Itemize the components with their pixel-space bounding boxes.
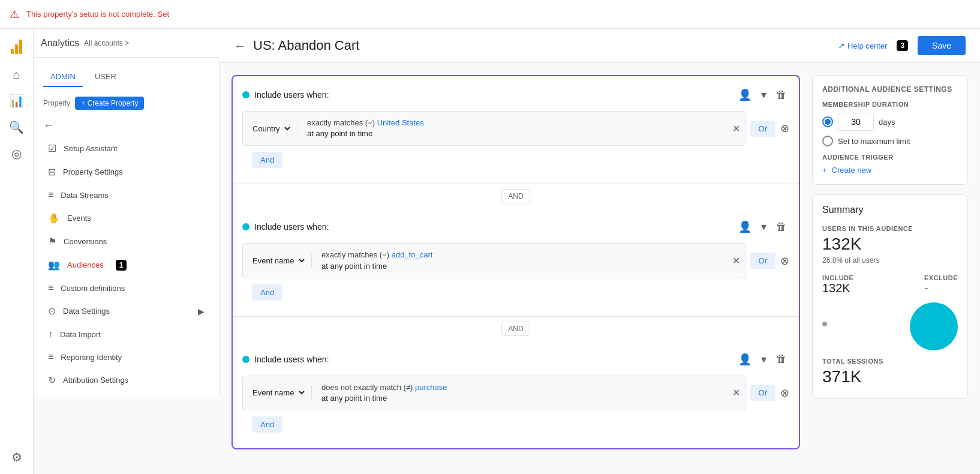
condition-title-3: Include users when: bbox=[254, 355, 329, 364]
match-type-3: does not exactly match (≠) bbox=[321, 383, 415, 392]
and-button-1[interactable]: And bbox=[252, 152, 282, 168]
help-center-link[interactable]: ↗ Help center bbox=[838, 41, 887, 50]
property-bar: Property + Create Property bbox=[34, 92, 219, 115]
sidebar-item-data-settings[interactable]: ⊙ Data Settings ▶ bbox=[34, 299, 219, 323]
annotation-3: 3 bbox=[897, 40, 908, 51]
and-separator-2: AND bbox=[233, 317, 799, 341]
or-button-2[interactable]: Or bbox=[750, 253, 775, 269]
data-settings-chevron-icon: ▶ bbox=[198, 307, 205, 316]
or-button-1[interactable]: Or bbox=[750, 121, 775, 137]
time-label-3: at any point in time bbox=[321, 394, 387, 403]
condition-1-user-icon[interactable]: 👤 bbox=[736, 86, 754, 104]
highlight-value-2[interactable]: add_to_cart bbox=[392, 250, 433, 259]
filter-divider-1 bbox=[297, 121, 297, 136]
remove-filter-1[interactable]: ⊗ bbox=[780, 122, 789, 135]
create-property-button[interactable]: + Create Property bbox=[75, 97, 144, 110]
duration-days-radio[interactable] bbox=[822, 116, 833, 127]
create-new-label: Create new bbox=[832, 166, 871, 175]
custom-definitions-icon: ≡ bbox=[48, 283, 53, 293]
sidebar-item-setup-assistant[interactable]: ☑ Setup Assistant bbox=[34, 137, 219, 160]
chart-circle bbox=[910, 302, 958, 350]
annotation-1: 1 bbox=[116, 260, 127, 271]
condition-2-user-icon[interactable]: 👤 bbox=[736, 218, 754, 236]
filter-dimension-3[interactable]: Event name bbox=[248, 384, 306, 401]
condition-2-delete-icon[interactable]: 🗑 bbox=[774, 218, 789, 236]
summary-title: Summary bbox=[822, 205, 958, 215]
duration-max-radio[interactable] bbox=[822, 136, 833, 146]
and-button-2[interactable]: And bbox=[252, 284, 282, 301]
filter-row-3: Event name does not exactly match (≠) pu… bbox=[242, 376, 745, 410]
filter-clear-2[interactable]: ✕ bbox=[732, 255, 740, 266]
condition-dot-2 bbox=[242, 223, 249, 230]
filter-divider-2 bbox=[311, 254, 312, 268]
sidebar-item-attribution-settings[interactable]: ↻ Attribution Settings bbox=[34, 368, 219, 392]
sidebar-label-events: Events bbox=[67, 214, 91, 223]
plus-icon: + bbox=[822, 166, 827, 175]
analytics-logo[interactable] bbox=[5, 34, 29, 58]
nav-admin-icon[interactable]: ⚙ bbox=[5, 445, 29, 469]
condition-3-user-icon[interactable]: 👤 bbox=[736, 350, 754, 368]
highlight-value-3[interactable]: purchase bbox=[415, 383, 447, 392]
condition-2-chevron-icon[interactable]: ▾ bbox=[759, 218, 769, 236]
condition-1-chevron-icon[interactable]: ▾ bbox=[759, 86, 769, 104]
nav-explore-icon[interactable]: 🔍 bbox=[5, 115, 29, 139]
create-new-button[interactable]: + Create new bbox=[822, 166, 958, 175]
nav-reports-icon[interactable]: 📊 bbox=[5, 89, 29, 113]
property-label: Property bbox=[43, 99, 70, 107]
audience-trigger-label: AUDIENCE TRIGGER bbox=[822, 154, 958, 161]
exclude-col: EXCLUDE - bbox=[924, 274, 958, 295]
exclude-value: - bbox=[924, 281, 958, 295]
condition-3-chevron-icon[interactable]: ▾ bbox=[759, 350, 769, 368]
condition-card-2: Include users when: 👤 ▾ 🗑 bbox=[233, 208, 799, 316]
sidebar-item-custom-definitions[interactable]: ≡ Custom definitions bbox=[34, 277, 219, 299]
events-icon: ✋ bbox=[48, 212, 60, 224]
condition-3-delete-icon[interactable]: 🗑 bbox=[774, 350, 789, 368]
filter-value-1: exactly matches (=) United States at any… bbox=[302, 114, 728, 143]
accounts-breadcrumb[interactable]: All accounts > bbox=[84, 39, 129, 47]
conversions-icon: ⚑ bbox=[48, 236, 56, 247]
sidebar-item-audiences[interactable]: 👥 Audiences 1 bbox=[34, 253, 219, 277]
sidebar-label-setup-assistant: Setup Assistant bbox=[64, 144, 118, 153]
tab-admin[interactable]: ADMIN bbox=[43, 67, 83, 87]
filter-clear-3[interactable]: ✕ bbox=[732, 387, 740, 398]
include-col: INCLUDE 132K bbox=[822, 274, 853, 295]
membership-duration-label: MEMBERSHIP DURATION bbox=[822, 101, 958, 108]
setup-assistant-icon: ☑ bbox=[48, 143, 56, 154]
remove-filter-2[interactable]: ⊗ bbox=[780, 254, 789, 268]
chart-area bbox=[822, 302, 958, 350]
filter-dimension-1[interactable]: Country bbox=[248, 120, 292, 137]
sidebar-item-data-import[interactable]: ↑ Data Import bbox=[34, 323, 219, 346]
audience-builder: 2 Include users when: 👤 bbox=[220, 63, 980, 471]
duration-days-input[interactable] bbox=[838, 113, 874, 131]
tab-user[interactable]: USER bbox=[88, 67, 124, 87]
summary-card: Summary USERS IN THIS AUDIENCE 132K 26.8… bbox=[812, 194, 968, 399]
duration-max-label: Set to maximum limit bbox=[838, 137, 910, 146]
page-back-button[interactable]: ← bbox=[234, 39, 246, 53]
condition-dot-1 bbox=[242, 91, 249, 98]
sidebar-label-property-settings: Property Settings bbox=[63, 167, 123, 176]
sidebar-item-data-streams[interactable]: ≡ Data Streams bbox=[34, 184, 219, 206]
remove-filter-3[interactable]: ⊗ bbox=[780, 386, 789, 400]
and-badge-1: AND bbox=[501, 189, 530, 203]
sidebar-item-events[interactable]: ✋ Events bbox=[34, 206, 219, 230]
sidebar-item-property-settings[interactable]: ⊟ Property Settings bbox=[34, 160, 219, 184]
filter-clear-1[interactable]: ✕ bbox=[732, 123, 740, 134]
sidebar-label-data-import: Data Import bbox=[60, 330, 101, 339]
filter-dimension-2[interactable]: Event name bbox=[248, 252, 306, 269]
match-type-1: exactly matches (=) bbox=[307, 118, 377, 127]
sidebar-item-conversions[interactable]: ⚑ Conversions bbox=[34, 230, 219, 253]
nav-advertising-icon[interactable]: ◎ bbox=[5, 142, 29, 166]
summary-columns: INCLUDE 132K EXCLUDE - bbox=[822, 274, 958, 295]
highlight-value-1[interactable]: United States bbox=[377, 118, 424, 127]
attribution-settings-icon: ↻ bbox=[48, 374, 56, 386]
condition-1-delete-icon[interactable]: 🗑 bbox=[774, 86, 789, 104]
and-button-3[interactable]: And bbox=[252, 416, 282, 433]
warning-text: This property's setup is not complete. S… bbox=[26, 10, 169, 19]
sidebar-back-button[interactable]: ← bbox=[34, 115, 219, 137]
nav-home-icon[interactable]: ⌂ bbox=[5, 62, 29, 86]
save-button[interactable]: Save bbox=[918, 36, 966, 55]
or-button-3[interactable]: Or bbox=[750, 385, 775, 401]
radio-inner-dot bbox=[825, 119, 831, 125]
sidebar-item-reporting-identity[interactable]: ≡ Reporting Identity bbox=[34, 346, 219, 368]
total-sessions-label: TOTAL SESSIONS bbox=[822, 358, 958, 365]
